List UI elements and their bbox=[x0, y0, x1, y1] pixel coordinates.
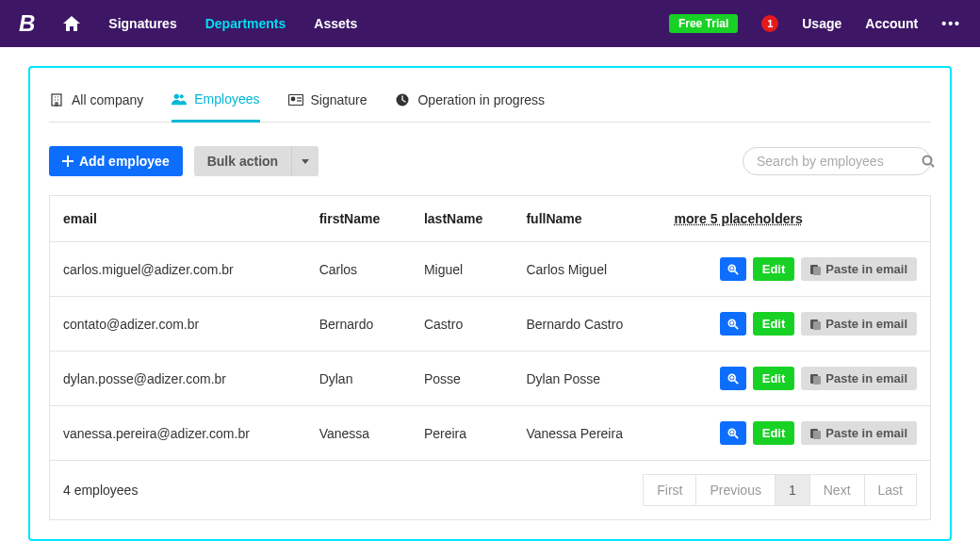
col-firstname[interactable]: firstName bbox=[306, 196, 411, 242]
paste-button[interactable]: Paste in email bbox=[801, 367, 917, 390]
cell-lastname: Miguel bbox=[411, 242, 514, 297]
zoom-button[interactable] bbox=[720, 421, 746, 445]
paste-button[interactable]: Paste in email bbox=[801, 312, 917, 336]
building-icon bbox=[49, 92, 64, 107]
page-previous[interactable]: Previous bbox=[695, 474, 775, 506]
paste-label: Paste in email bbox=[825, 317, 907, 331]
nav-account[interactable]: Account bbox=[865, 16, 918, 31]
top-navbar: B Signatures Departments Assets Free Tri… bbox=[0, 0, 980, 47]
tab-signature[interactable]: Signature bbox=[288, 82, 368, 122]
cell-email: contato@adizer.com.br bbox=[50, 297, 306, 352]
edit-button[interactable]: Edit bbox=[753, 257, 795, 281]
table-row: carlos.miguel@adizer.com.br Carlos Migue… bbox=[50, 242, 931, 297]
paste-label: Paste in email bbox=[825, 426, 907, 440]
employees-table: email firstName lastName fullName more 5… bbox=[49, 195, 931, 461]
cell-lastname: Castro bbox=[411, 297, 514, 352]
paste-button[interactable]: Paste in email bbox=[801, 421, 917, 445]
cell-email: dylan.posse@adizer.com.br bbox=[50, 352, 306, 406]
edit-button[interactable]: Edit bbox=[753, 312, 795, 336]
free-trial-badge[interactable]: Free Trial bbox=[669, 14, 738, 33]
paste-icon bbox=[810, 264, 821, 275]
cell-fullname: Carlos Miguel bbox=[513, 242, 661, 297]
edit-button[interactable]: Edit bbox=[753, 367, 795, 390]
svg-point-15 bbox=[923, 156, 932, 165]
tab-label: Operation in progress bbox=[417, 92, 545, 107]
search-box[interactable] bbox=[743, 147, 931, 175]
zoom-icon bbox=[727, 373, 739, 385]
nav-usage[interactable]: Usage bbox=[802, 16, 841, 31]
col-email[interactable]: email bbox=[50, 196, 306, 242]
table-row: vanessa.pereira@adizer.com.br Vanessa Pe… bbox=[50, 406, 931, 461]
paste-button[interactable]: Paste in email bbox=[801, 257, 917, 281]
bulk-action-dropdown[interactable] bbox=[291, 146, 318, 176]
zoom-button[interactable] bbox=[720, 257, 746, 281]
col-more-placeholders[interactable]: more 5 placeholders bbox=[662, 196, 931, 242]
tab-label: Employees bbox=[194, 91, 259, 106]
plus-icon bbox=[62, 156, 74, 167]
clock-icon bbox=[395, 92, 410, 107]
cell-fullname: Vanessa Pereira bbox=[513, 406, 661, 461]
add-employee-button[interactable]: Add employee bbox=[49, 146, 183, 176]
cell-lastname: Pereira bbox=[411, 406, 514, 461]
cell-lastname: Posse bbox=[411, 352, 514, 406]
tab-employees[interactable]: Employees bbox=[172, 82, 259, 123]
search-input[interactable] bbox=[757, 154, 922, 169]
tab-label: All company bbox=[72, 92, 143, 107]
svg-point-6 bbox=[174, 94, 179, 99]
table-footer: 4 employees First Previous 1 Next Last bbox=[49, 461, 931, 520]
nav-assets[interactable]: Assets bbox=[314, 16, 357, 31]
svg-point-9 bbox=[291, 97, 295, 101]
svg-line-24 bbox=[734, 325, 737, 328]
tab-operation[interactable]: Operation in progress bbox=[395, 82, 545, 122]
svg-rect-14 bbox=[62, 160, 74, 162]
brand-logo[interactable]: B bbox=[19, 10, 35, 37]
more-menu-icon[interactable]: ••• bbox=[941, 16, 961, 31]
svg-rect-5 bbox=[56, 103, 57, 106]
cell-fullname: Dylan Posse bbox=[513, 352, 661, 406]
edit-button[interactable]: Edit bbox=[753, 421, 795, 445]
nav-signatures[interactable]: Signatures bbox=[108, 16, 176, 31]
home-icon[interactable] bbox=[63, 16, 80, 31]
zoom-icon bbox=[727, 319, 739, 330]
tabs-bar: All company Employees Signature Operatio… bbox=[49, 82, 931, 123]
page-next[interactable]: Next bbox=[809, 474, 865, 506]
svg-rect-8 bbox=[288, 95, 302, 106]
svg-rect-0 bbox=[52, 94, 61, 106]
svg-line-30 bbox=[734, 380, 737, 383]
svg-line-18 bbox=[734, 270, 737, 273]
col-lastname[interactable]: lastName bbox=[411, 196, 514, 242]
svg-rect-40 bbox=[813, 431, 821, 439]
cell-firstname: Vanessa bbox=[306, 406, 411, 461]
tab-all-company[interactable]: All company bbox=[49, 82, 143, 122]
nav-departments[interactable]: Departments bbox=[205, 16, 286, 31]
page-first[interactable]: First bbox=[643, 474, 696, 506]
page-current[interactable]: 1 bbox=[775, 474, 810, 506]
caret-down-icon bbox=[302, 159, 309, 164]
zoom-button[interactable] bbox=[720, 312, 746, 336]
id-card-icon bbox=[288, 92, 303, 107]
cell-firstname: Bernardo bbox=[306, 297, 411, 352]
paste-label: Paste in email bbox=[825, 371, 907, 385]
notification-badge[interactable]: 1 bbox=[761, 15, 778, 32]
paste-icon bbox=[810, 373, 821, 385]
col-fullname[interactable]: fullName bbox=[513, 196, 661, 242]
zoom-icon bbox=[727, 264, 739, 275]
zoom-button[interactable] bbox=[720, 367, 746, 390]
employee-count: 4 employees bbox=[63, 483, 138, 498]
svg-rect-22 bbox=[813, 267, 821, 275]
paste-icon bbox=[810, 428, 821, 439]
button-label: Add employee bbox=[79, 154, 170, 169]
tab-label: Signature bbox=[311, 92, 368, 107]
cell-email: carlos.miguel@adizer.com.br bbox=[50, 242, 306, 297]
paste-label: Paste in email bbox=[825, 262, 907, 276]
pagination: First Previous 1 Next Last bbox=[644, 474, 917, 506]
zoom-icon bbox=[727, 428, 739, 439]
page-last[interactable]: Last bbox=[864, 474, 917, 506]
svg-rect-34 bbox=[813, 376, 821, 385]
bulk-action-button[interactable]: Bulk action bbox=[194, 146, 291, 176]
cell-fullname: Bernardo Castro bbox=[513, 297, 661, 352]
cell-email: vanessa.pereira@adizer.com.br bbox=[50, 406, 306, 461]
svg-line-16 bbox=[931, 164, 934, 167]
svg-line-36 bbox=[734, 434, 737, 437]
paste-icon bbox=[810, 319, 821, 330]
